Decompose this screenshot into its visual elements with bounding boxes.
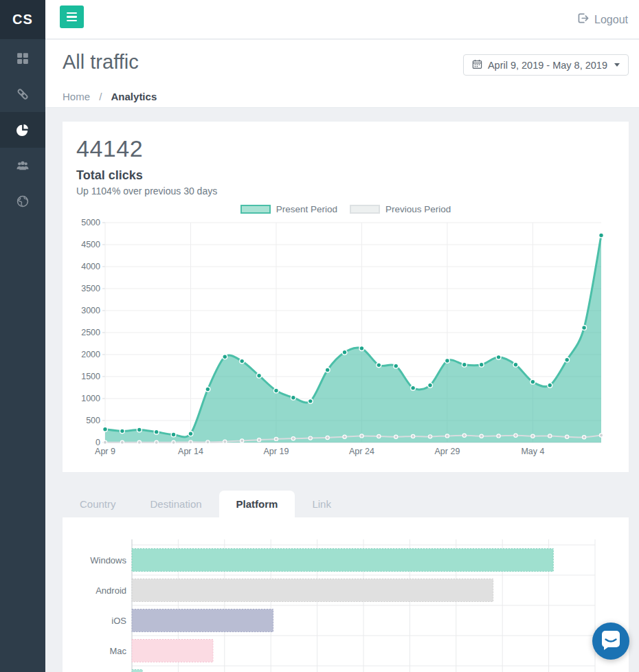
breadcrumb-separator: / [99, 91, 102, 102]
present-period-swatch [240, 205, 271, 214]
sign-out-icon [577, 12, 589, 27]
stat-total-value: 44142 [76, 135, 615, 162]
svg-text:2500: 2500 [81, 328, 100, 337]
platform-bar-chart: WindowsAndroidiOSMacOther [63, 527, 629, 672]
tab-link[interactable]: Link [295, 491, 348, 517]
date-range-picker-button[interactable]: April 9, 2019 - May 8, 2019 [463, 54, 629, 76]
chart-legend: Present Period Previous Period [76, 204, 615, 214]
clicks-area-chart: 0500100015002000250030003500400045005000… [76, 217, 615, 459]
svg-text:500: 500 [86, 416, 100, 425]
sidebar-item-links[interactable] [0, 76, 45, 112]
logout-button[interactable]: Logout [577, 0, 628, 39]
main-content: 44142 Total clicks Up 1104% over previou… [45, 108, 639, 672]
sidebar-item-world[interactable] [0, 183, 45, 219]
svg-text:1500: 1500 [81, 372, 100, 381]
tab-country[interactable]: Country [63, 491, 133, 517]
svg-text:0: 0 [96, 438, 100, 447]
legend-previous-label: Previous Period [385, 204, 451, 214]
users-icon [16, 159, 29, 172]
legend-present-label: Present Period [276, 204, 337, 214]
svg-text:Apr 19: Apr 19 [264, 447, 289, 456]
date-range-value: April 9, 2019 - May 8, 2019 [488, 60, 607, 71]
breadcrumb: Home / Analytics [63, 91, 157, 102]
platform-tabs: CountryDestinationPlatformLink [63, 490, 348, 517]
svg-text:Windows: Windows [90, 555, 126, 565]
page-title: All traffic [63, 51, 139, 74]
svg-text:4500: 4500 [81, 240, 100, 249]
svg-text:Apr 14: Apr 14 [178, 447, 203, 456]
svg-text:3000: 3000 [81, 306, 100, 315]
chat-bubble-icon [592, 622, 629, 661]
breadcrumb-current: Analytics [111, 91, 157, 102]
page-header: All traffic Home / Analytics April 9, 20… [45, 40, 639, 108]
svg-text:4000: 4000 [81, 262, 100, 271]
calendar-icon [472, 59, 482, 71]
sidebar-item-audience[interactable] [0, 148, 45, 183]
svg-text:2000: 2000 [81, 350, 100, 359]
previous-period-swatch [350, 205, 380, 214]
app-logo[interactable]: CS [0, 0, 45, 39]
legend-present: Present Period [240, 204, 337, 214]
sidebar-nav [0, 41, 45, 219]
chevron-down-icon [614, 63, 620, 67]
svg-text:Mac: Mac [109, 646, 126, 656]
hamburger-menu-button[interactable] [60, 5, 84, 28]
sidebar-item-analytics[interactable] [0, 112, 45, 148]
topbar: Logout [45, 0, 639, 39]
tab-destination[interactable]: Destination [133, 491, 219, 517]
stat-total-label: Total clicks [76, 168, 615, 183]
svg-text:Apr 24: Apr 24 [349, 447, 374, 456]
svg-text:5000: 5000 [81, 218, 100, 227]
platform-card: WindowsAndroidiOSMacOther [63, 517, 629, 672]
pie-chart-icon [16, 124, 29, 136]
svg-text:Apr 9: Apr 9 [95, 447, 115, 456]
sidebar-item-dashboard[interactable] [0, 41, 45, 76]
breadcrumb-home-link[interactable]: Home [63, 91, 90, 102]
svg-text:Android: Android [96, 585, 126, 596]
chat-launcher-button[interactable] [592, 623, 629, 660]
svg-text:May 4: May 4 [521, 447, 544, 456]
sidebar: CS [0, 0, 45, 672]
svg-text:1000: 1000 [81, 394, 100, 403]
svg-text:Apr 29: Apr 29 [435, 447, 460, 456]
logout-label: Logout [594, 14, 628, 26]
svg-text:3500: 3500 [81, 284, 100, 293]
stat-change-text: Up 1104% over previous 30 days [76, 186, 615, 197]
globe-icon [16, 195, 29, 208]
tab-platform[interactable]: Platform [219, 491, 295, 517]
grid-icon [16, 52, 29, 65]
total-clicks-card: 44142 Total clicks Up 1104% over previou… [63, 122, 629, 472]
link-icon [16, 88, 29, 100]
legend-previous: Previous Period [350, 204, 451, 214]
svg-text:iOS: iOS [111, 616, 126, 626]
